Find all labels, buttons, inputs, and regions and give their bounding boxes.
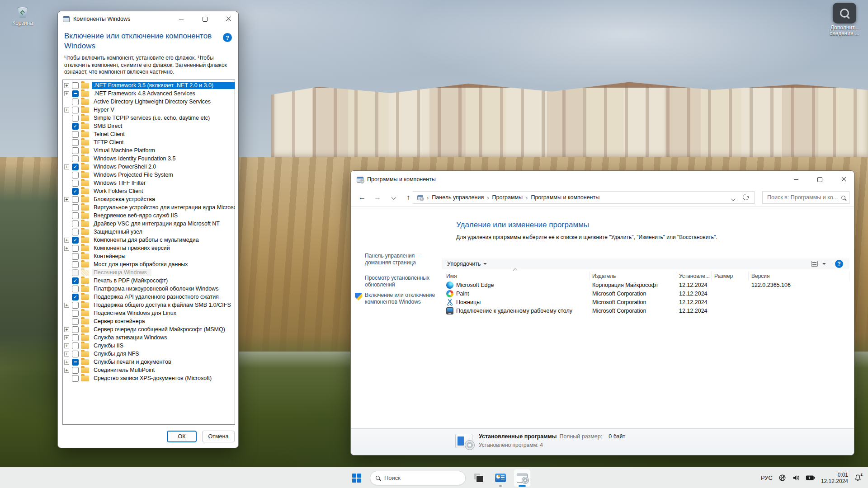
feature-checkbox[interactable] [72, 245, 79, 252]
tree-item[interactable]: Контейнеры [63, 252, 235, 260]
feature-checkbox[interactable] [72, 229, 79, 235]
column-header[interactable]: Версия [749, 272, 849, 281]
programs-titlebar[interactable]: Программы и компоненты [351, 171, 854, 188]
tree-item[interactable]: Компоненты прежних версий [63, 244, 235, 252]
feature-checkbox[interactable] [72, 286, 79, 292]
feature-checkbox[interactable] [72, 204, 79, 211]
cancel-button[interactable]: Отмена [202, 431, 235, 442]
maximize-button[interactable] [195, 11, 215, 27]
feature-checkbox[interactable] [72, 123, 79, 130]
feature-checkbox[interactable] [72, 139, 79, 146]
tree-item[interactable]: Simple TCPIP services (i.e. echo, daytim… [63, 114, 235, 122]
tree-item[interactable]: Поддержка API удаленного разностного сжа… [63, 293, 235, 301]
tree-item[interactable]: Внедряемое веб-ядро служб IIS [63, 211, 235, 220]
feature-checkbox[interactable] [72, 334, 79, 341]
feature-checkbox[interactable] [72, 310, 79, 317]
features-titlebar[interactable]: Компоненты Windows [58, 11, 238, 27]
tree-item[interactable]: Службы IIS [63, 342, 235, 350]
feature-checkbox[interactable] [72, 269, 79, 276]
feature-checkbox[interactable] [72, 277, 79, 284]
tree-item[interactable]: Поддержка общего доступа к файлам SMB 1.… [63, 301, 235, 309]
feature-checkbox[interactable] [72, 302, 79, 309]
feature-checkbox[interactable] [72, 107, 79, 113]
tree-item[interactable]: Службы для NFS [63, 350, 235, 358]
tree-item[interactable]: .NET Framework 3.5 (включает .NET 2.0 и … [63, 81, 235, 89]
tree-item[interactable]: Соединитель MultiPoint [63, 366, 235, 374]
features-tree[interactable]: .NET Framework 3.5 (включает .NET 2.0 и … [62, 80, 235, 425]
feature-checkbox[interactable] [72, 196, 79, 203]
column-header[interactable]: Имя [443, 272, 590, 281]
tree-item[interactable]: TFTP Client [63, 138, 235, 146]
display-settings-app-button[interactable] [492, 469, 509, 487]
expand-toggle-icon[interactable] [64, 327, 69, 332]
tree-item[interactable]: Work Folders Client [63, 187, 235, 195]
taskbar-search[interactable] [370, 471, 466, 485]
sidebar-link[interactable]: Просмотр установленных обновлений [365, 275, 436, 288]
tree-item[interactable]: Мост для центра обработки данных [63, 260, 235, 268]
forward-icon[interactable]: → [370, 193, 385, 202]
tree-item[interactable]: Средство записи XPS-документов (Microsof… [63, 374, 235, 382]
feature-checkbox[interactable] [72, 82, 79, 89]
tree-item[interactable]: Драйвер VSC для интеграции ядра Microsof… [63, 220, 235, 228]
expand-toggle-icon[interactable] [64, 360, 69, 365]
feature-checkbox[interactable] [72, 155, 79, 162]
feature-checkbox[interactable] [72, 343, 79, 349]
program-row[interactable]: Подключение к удаленному рабочему столуM… [443, 306, 849, 315]
feature-checkbox[interactable] [72, 375, 79, 382]
info-widget-shortcut[interactable]: Дополнит... сведения ... [828, 3, 861, 37]
tree-item[interactable]: .NET Framework 4.8 Advanced Services [63, 89, 235, 98]
start-button[interactable] [348, 469, 365, 487]
address-dropdown-icon[interactable] [731, 196, 734, 202]
minimize-button[interactable] [171, 11, 191, 27]
tree-item[interactable]: SMB Direct [63, 122, 235, 130]
recent-pages-icon[interactable] [385, 193, 401, 202]
expand-toggle-icon[interactable] [64, 83, 69, 88]
taskbar-search-input[interactable] [383, 474, 465, 482]
minimize-button[interactable] [786, 171, 806, 188]
expand-toggle-icon[interactable] [64, 108, 69, 113]
change-view-icon[interactable] [811, 261, 818, 267]
battery-charging-icon[interactable] [806, 475, 815, 481]
volume-icon[interactable] [792, 474, 800, 482]
feature-checkbox[interactable] [72, 99, 79, 105]
feature-checkbox[interactable] [72, 318, 79, 325]
expand-toggle-icon[interactable] [64, 352, 69, 357]
sidebar-link[interactable]: Панель управления — домашняя страница [365, 253, 436, 266]
column-header[interactable]: Размер [712, 272, 749, 281]
tree-item[interactable]: Защищенный узел [63, 228, 235, 236]
expand-toggle-icon[interactable] [64, 164, 69, 169]
feature-checkbox[interactable] [72, 131, 79, 138]
tree-item[interactable]: Служба активации Windows [63, 333, 235, 342]
tree-item[interactable]: Windows TIFF IFilter [63, 179, 235, 187]
tree-item[interactable]: Active Directory Lightweight Directory S… [63, 98, 235, 106]
close-button[interactable] [834, 171, 854, 188]
search-input[interactable] [766, 194, 841, 201]
expand-toggle-icon[interactable] [64, 343, 69, 348]
expand-toggle-icon[interactable] [64, 91, 69, 96]
help-icon[interactable] [835, 260, 843, 268]
feature-checkbox[interactable] [72, 188, 79, 195]
ok-button[interactable]: ОК [167, 431, 197, 442]
sidebar-link[interactable]: Включение или отключение компонентов Win… [365, 292, 436, 305]
expand-toggle-icon[interactable] [64, 368, 69, 373]
tree-item[interactable]: Hyper-V [63, 106, 235, 114]
feature-checkbox[interactable] [72, 164, 79, 170]
refresh-icon[interactable] [741, 193, 750, 201]
feature-checkbox[interactable] [72, 237, 79, 244]
tree-item[interactable]: Telnet Client [63, 130, 235, 138]
breadcrumb-item[interactable]: Программы и компоненты [531, 194, 599, 201]
column-header[interactable]: Установле... [676, 272, 712, 281]
tree-item[interactable]: Windows Projected File System [63, 171, 235, 179]
clock[interactable]: 0:01 12.12.2024 [821, 472, 848, 484]
view-caret-icon[interactable] [822, 263, 826, 267]
feature-checkbox[interactable] [72, 147, 79, 154]
feature-checkbox[interactable] [72, 351, 79, 357]
feature-checkbox[interactable] [72, 172, 79, 178]
feature-checkbox[interactable] [72, 326, 79, 333]
feature-checkbox[interactable] [72, 294, 79, 300]
feature-checkbox[interactable] [72, 115, 79, 122]
notification-bell-icon[interactable] [854, 474, 862, 482]
feature-checkbox[interactable] [72, 212, 79, 219]
feature-checkbox[interactable] [72, 221, 79, 227]
column-header[interactable]: Издатель [590, 272, 676, 281]
